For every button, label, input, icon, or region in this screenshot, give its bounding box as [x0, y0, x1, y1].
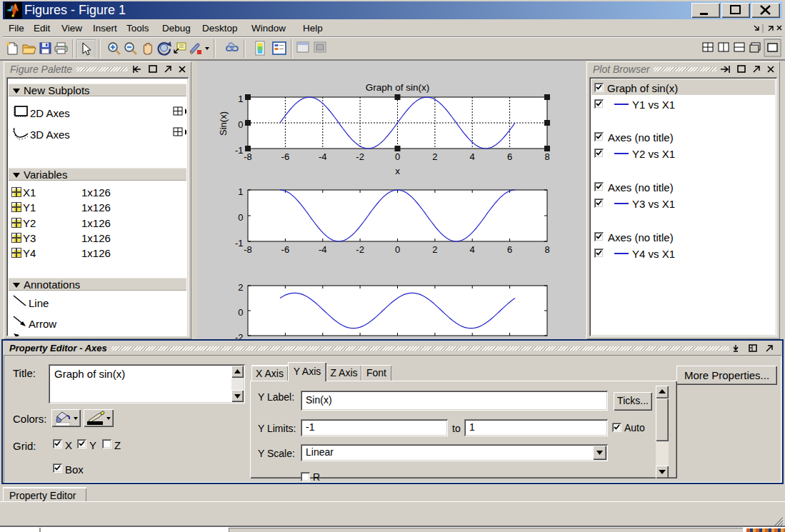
svg-text:-8: -8: [244, 151, 252, 162]
svg-text:-2: -2: [356, 151, 364, 162]
svg-text:x: x: [395, 166, 400, 176]
svg-text:-4: -4: [319, 151, 327, 162]
svg-text:6: 6: [507, 151, 512, 162]
svg-text:Sin(x): Sin(x): [218, 111, 229, 136]
svg-text:-2: -2: [356, 244, 364, 255]
svg-text:-2: -2: [235, 332, 244, 340]
svg-text:8: 8: [544, 151, 549, 162]
svg-text:0: 0: [238, 307, 243, 318]
svg-text:0: 0: [395, 151, 400, 162]
svg-text:2: 2: [238, 282, 243, 293]
svg-text:-1: -1: [235, 145, 244, 156]
svg-text:2: 2: [432, 151, 437, 162]
svg-text:1: 1: [238, 94, 243, 104]
svg-text:-6: -6: [281, 151, 290, 162]
svg-text:6: 6: [507, 244, 512, 255]
svg-text:2: 2: [432, 244, 437, 255]
svg-text:Graph of sin(x): Graph of sin(x): [366, 82, 429, 93]
svg-text:-4: -4: [319, 244, 327, 255]
svg-text:-1: -1: [235, 238, 244, 249]
svg-text:1: 1: [238, 186, 243, 197]
svg-text:4: 4: [470, 244, 475, 255]
svg-text:0: 0: [238, 119, 243, 130]
svg-text:0: 0: [395, 244, 400, 255]
svg-text:8: 8: [544, 244, 549, 255]
svg-text:-8: -8: [244, 244, 252, 255]
svg-text:4: 4: [470, 151, 475, 162]
svg-text:0: 0: [238, 212, 243, 223]
svg-text:-6: -6: [281, 244, 290, 255]
